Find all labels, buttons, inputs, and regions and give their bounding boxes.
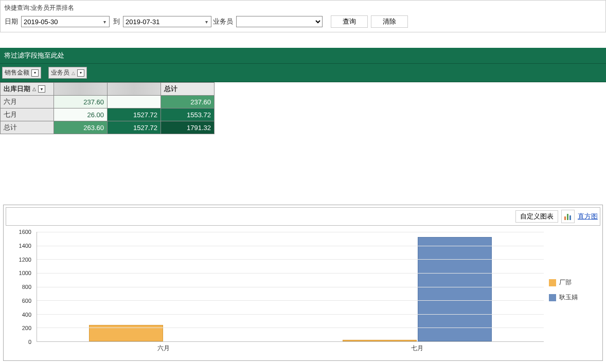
chevron-down-icon[interactable]: ▾ (38, 85, 45, 93)
date-label: 日期 (5, 17, 18, 26)
date-to-input[interactable] (123, 16, 211, 27)
salesman-select[interactable] (236, 16, 323, 27)
pivot-cell: 1527.72 (108, 121, 161, 134)
pivot-col-header[interactable] (108, 83, 161, 96)
query-panel: 快捷查询:业务员开票排名 日期 ▾ 到 ▾ 业务员 查询 清除 (0, 0, 606, 32)
query-title: 快捷查询:业务员开票排名 (5, 3, 601, 13)
pivot-col-header[interactable] (54, 83, 108, 96)
pivot-row-label[interactable]: 六月 (1, 96, 54, 108)
pivot-cell: 26.00 (54, 108, 108, 121)
dimension-bar: 销售金额 ▾ 业务员 △ ▾ (0, 64, 606, 82)
query-row: 日期 ▾ 到 ▾ 业务员 查询 清除 (5, 13, 601, 30)
pivot-table: 出库日期 △ ▾ 总计 六月 237.60 237.60 七月 26.00 15… (0, 82, 215, 134)
column-chip-label: 业务员 (51, 68, 69, 77)
pivot-col-total[interactable]: 总计 (161, 83, 215, 96)
measure-chip-label: 销售金额 (5, 68, 29, 77)
sort-asc-icon: △ (72, 70, 75, 76)
pivot-row: 六月 237.60 237.60 (1, 96, 215, 108)
pivot-row: 七月 26.00 1527.72 1553.72 (1, 108, 215, 121)
filter-drop-area[interactable]: 将过滤字段拖至此处 (0, 48, 606, 64)
pivot-row-label[interactable]: 总计 (1, 121, 54, 134)
chevron-down-icon[interactable]: ▾ (31, 69, 39, 77)
sort-asc-icon: △ (32, 86, 36, 92)
to-label: 到 (113, 17, 120, 26)
pivot-header-row: 出库日期 △ ▾ 总计 (1, 83, 215, 96)
query-button[interactable]: 查询 (331, 15, 368, 28)
clear-button[interactable]: 清除 (371, 15, 408, 28)
date-from-input[interactable] (21, 16, 110, 27)
pivot-cell (108, 96, 161, 108)
pivot-cell: 1553.72 (161, 108, 215, 121)
pivot-cell: 237.60 (54, 96, 108, 108)
row-dimension-header[interactable]: 出库日期 △ ▾ (1, 83, 54, 96)
pivot-cell: 1527.72 (108, 108, 161, 121)
pivot-cell: 1791.32 (161, 121, 215, 134)
chevron-down-icon[interactable]: ▾ (77, 69, 84, 77)
pivot-cell: 237.60 (161, 96, 215, 108)
pivot-cell: 263.60 (54, 121, 108, 134)
column-chip[interactable]: 业务员 △ ▾ (48, 67, 87, 79)
row-chip-label: 出库日期 (4, 84, 30, 94)
pivot-row-total: 总计 263.60 1527.72 1791.32 (1, 121, 215, 134)
pivot-row-label[interactable]: 七月 (1, 108, 54, 121)
measure-chip[interactable]: 销售金额 ▾ (2, 67, 41, 79)
salesman-label: 业务员 (213, 17, 233, 26)
